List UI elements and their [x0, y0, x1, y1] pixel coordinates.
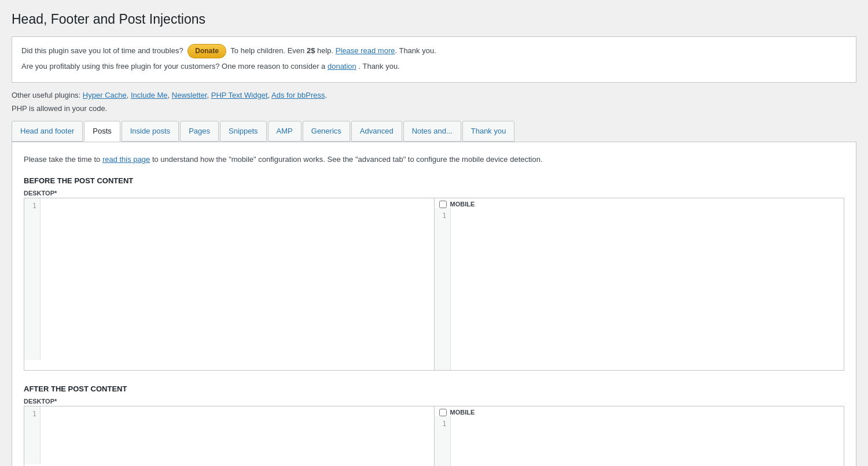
- tab-generics[interactable]: Generics: [303, 121, 350, 142]
- tab-thank-you[interactable]: Thank you: [462, 121, 515, 142]
- before-post-mobile-label-text: MOBILE: [450, 201, 475, 208]
- after-post-mobile-label-text: MOBILE: [450, 409, 475, 416]
- notice-box: Did this plugin save you lot of time and…: [12, 36, 856, 83]
- after-post-title: AFTER THE POST CONTENT: [24, 384, 844, 393]
- php-notice: PHP is allowed in your code.: [12, 104, 856, 113]
- tab-pages[interactable]: Pages: [180, 121, 219, 142]
- plugin-link-ads-for-bbpress[interactable]: Ads for bbPress: [271, 91, 325, 99]
- donation-link[interactable]: donation: [328, 62, 356, 71]
- page-title: Head, Footer and Post Injections: [12, 12, 856, 27]
- before-post-mobile-checkbox[interactable]: [439, 201, 447, 208]
- tab-snippets[interactable]: Snippets: [220, 121, 267, 142]
- tab-notes-and[interactable]: Notes and...: [403, 121, 461, 142]
- before-post-section: BEFORE THE POST CONTENT DESKTOP* 1 MOBIL…: [24, 176, 844, 371]
- after-post-mobile-label: MOBILE: [435, 406, 844, 416]
- before-post-desktop-wrap: 1: [24, 198, 434, 360]
- description-before: Please take the time to: [24, 155, 100, 164]
- tab-description: Please take the time to read this page t…: [24, 154, 844, 166]
- donate-button[interactable]: Donate: [187, 44, 226, 58]
- tab-head-and-footer[interactable]: Head and footer: [12, 121, 83, 142]
- after-post-desktop-editor: 1: [24, 406, 435, 466]
- notice-line-1: Did this plugin save you lot of time and…: [21, 44, 847, 58]
- before-post-mobile-editor: MOBILE 1: [435, 198, 845, 371]
- before-post-desktop-editor: 1: [24, 198, 435, 371]
- tab-posts[interactable]: Posts: [84, 121, 120, 142]
- after-post-desktop-wrap: 1: [24, 406, 434, 464]
- read-more-link[interactable]: Please read more: [336, 46, 395, 55]
- tab-advanced[interactable]: Advanced: [351, 121, 402, 142]
- before-post-desktop-textarea[interactable]: [41, 198, 434, 360]
- after-post-desktop-textarea[interactable]: [41, 406, 434, 464]
- after-post-mobile-textarea[interactable]: [451, 416, 844, 466]
- notice-text-before: Did this plugin save you lot of time and…: [21, 46, 183, 55]
- before-post-mobile-label: MOBILE: [435, 198, 844, 208]
- plugin-link-newsletter[interactable]: Newsletter: [172, 91, 207, 99]
- notice-help: help.: [317, 46, 333, 55]
- tabs-bar: Head and footer Posts Inside posts Pages…: [12, 121, 856, 142]
- before-post-mobile-line-numbers: 1: [435, 208, 451, 370]
- tab-inside-posts[interactable]: Inside posts: [122, 121, 179, 142]
- plugin-link-php-text-widget[interactable]: PHP Text Widget: [211, 91, 268, 99]
- notice-text2-before: Are you profitably using this free plugi…: [21, 62, 325, 71]
- after-post-section: AFTER THE POST CONTENT DESKTOP* 1 MOBILE: [24, 384, 844, 466]
- before-desktop-label: DESKTOP*: [24, 190, 844, 197]
- notice-thank1: Thank you.: [399, 46, 436, 55]
- after-post-mobile-wrap: 1: [435, 416, 844, 466]
- after-post-editor-row: 1 MOBILE 1: [24, 406, 844, 466]
- after-post-mobile-checkbox[interactable]: [439, 409, 447, 416]
- after-post-desktop-line-numbers: 1: [24, 406, 41, 464]
- useful-plugins: Other useful plugins: Hyper Cache, Inclu…: [12, 91, 856, 99]
- tab-content-posts: Please take the time to read this page t…: [12, 142, 856, 466]
- notice-text-after: To help children. Even: [230, 46, 304, 55]
- notice-text2-end: . Thank you.: [358, 62, 399, 71]
- after-post-mobile-editor: MOBILE 1: [435, 406, 845, 466]
- notice-line-2: Are you profitably using this free plugi…: [21, 61, 847, 73]
- before-post-editor-row: 1 MOBILE 1: [24, 198, 844, 371]
- plugin-link-include-me[interactable]: Include Me: [131, 91, 168, 99]
- before-post-title: BEFORE THE POST CONTENT: [24, 176, 844, 185]
- useful-plugins-prefix: Other useful plugins:: [12, 91, 80, 99]
- notice-bold-amount: 2$: [307, 46, 315, 55]
- read-this-page-link[interactable]: read this page: [102, 155, 150, 164]
- tab-amp[interactable]: AMP: [268, 121, 301, 142]
- plugin-link-hyper-cache[interactable]: Hyper Cache: [83, 91, 127, 99]
- after-post-mobile-line-numbers: 1: [435, 416, 451, 466]
- before-post-desktop-line-numbers: 1: [24, 198, 41, 360]
- before-post-mobile-wrap: 1: [435, 208, 844, 370]
- description-after: to understand how the "mobile" configura…: [152, 155, 543, 164]
- after-desktop-label: DESKTOP*: [24, 398, 844, 405]
- before-post-mobile-textarea[interactable]: [451, 208, 844, 370]
